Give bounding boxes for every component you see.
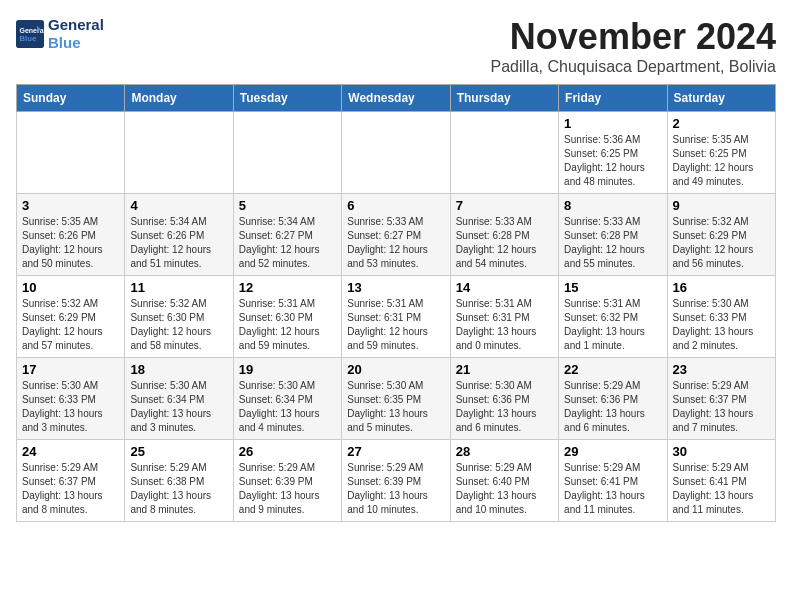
day-info: Sunrise: 5:30 AMSunset: 6:34 PMDaylight:…: [130, 379, 227, 435]
day-info: Sunrise: 5:29 AMSunset: 6:41 PMDaylight:…: [673, 461, 770, 517]
calendar-cell: 22Sunrise: 5:29 AMSunset: 6:36 PMDayligh…: [559, 358, 667, 440]
day-info: Sunrise: 5:29 AMSunset: 6:39 PMDaylight:…: [347, 461, 444, 517]
calendar-cell: 19Sunrise: 5:30 AMSunset: 6:34 PMDayligh…: [233, 358, 341, 440]
calendar-cell: 20Sunrise: 5:30 AMSunset: 6:35 PMDayligh…: [342, 358, 450, 440]
calendar-cell: 3Sunrise: 5:35 AMSunset: 6:26 PMDaylight…: [17, 194, 125, 276]
calendar-cell: 8Sunrise: 5:33 AMSunset: 6:28 PMDaylight…: [559, 194, 667, 276]
day-number: 10: [22, 280, 119, 295]
calendar-cell: 7Sunrise: 5:33 AMSunset: 6:28 PMDaylight…: [450, 194, 558, 276]
calendar-cell: 17Sunrise: 5:30 AMSunset: 6:33 PMDayligh…: [17, 358, 125, 440]
day-number: 24: [22, 444, 119, 459]
logo-line2: Blue: [48, 34, 104, 52]
day-info: Sunrise: 5:32 AMSunset: 6:29 PMDaylight:…: [22, 297, 119, 353]
day-info: Sunrise: 5:30 AMSunset: 6:33 PMDaylight:…: [673, 297, 770, 353]
day-number: 3: [22, 198, 119, 213]
day-info: Sunrise: 5:34 AMSunset: 6:26 PMDaylight:…: [130, 215, 227, 271]
calendar-cell: 24Sunrise: 5:29 AMSunset: 6:37 PMDayligh…: [17, 440, 125, 522]
weekday-header-wednesday: Wednesday: [342, 85, 450, 112]
day-info: Sunrise: 5:35 AMSunset: 6:26 PMDaylight:…: [22, 215, 119, 271]
weekday-header-friday: Friday: [559, 85, 667, 112]
day-number: 27: [347, 444, 444, 459]
day-number: 16: [673, 280, 770, 295]
header: General Blue General Blue November 2024 …: [16, 16, 776, 76]
day-number: 21: [456, 362, 553, 377]
calendar-cell: 16Sunrise: 5:30 AMSunset: 6:33 PMDayligh…: [667, 276, 775, 358]
calendar-cell: 30Sunrise: 5:29 AMSunset: 6:41 PMDayligh…: [667, 440, 775, 522]
day-info: Sunrise: 5:33 AMSunset: 6:28 PMDaylight:…: [564, 215, 661, 271]
calendar-table: SundayMondayTuesdayWednesdayThursdayFrid…: [16, 84, 776, 522]
calendar-cell: 27Sunrise: 5:29 AMSunset: 6:39 PMDayligh…: [342, 440, 450, 522]
day-number: 19: [239, 362, 336, 377]
day-info: Sunrise: 5:29 AMSunset: 6:36 PMDaylight:…: [564, 379, 661, 435]
day-number: 8: [564, 198, 661, 213]
calendar-cell: 12Sunrise: 5:31 AMSunset: 6:30 PMDayligh…: [233, 276, 341, 358]
logo: General Blue General Blue: [16, 16, 104, 52]
calendar-cell: 28Sunrise: 5:29 AMSunset: 6:40 PMDayligh…: [450, 440, 558, 522]
day-info: Sunrise: 5:29 AMSunset: 6:41 PMDaylight:…: [564, 461, 661, 517]
day-number: 18: [130, 362, 227, 377]
day-number: 30: [673, 444, 770, 459]
day-number: 2: [673, 116, 770, 131]
day-info: Sunrise: 5:30 AMSunset: 6:33 PMDaylight:…: [22, 379, 119, 435]
weekday-header-saturday: Saturday: [667, 85, 775, 112]
day-info: Sunrise: 5:29 AMSunset: 6:37 PMDaylight:…: [673, 379, 770, 435]
calendar-cell: 21Sunrise: 5:30 AMSunset: 6:36 PMDayligh…: [450, 358, 558, 440]
day-number: 20: [347, 362, 444, 377]
location-title: Padilla, Chuquisaca Department, Bolivia: [491, 58, 776, 76]
day-number: 25: [130, 444, 227, 459]
day-number: 23: [673, 362, 770, 377]
title-area: November 2024 Padilla, Chuquisaca Depart…: [491, 16, 776, 76]
day-number: 12: [239, 280, 336, 295]
calendar-cell: 10Sunrise: 5:32 AMSunset: 6:29 PMDayligh…: [17, 276, 125, 358]
day-number: 11: [130, 280, 227, 295]
month-title: November 2024: [491, 16, 776, 58]
calendar-cell: 1Sunrise: 5:36 AMSunset: 6:25 PMDaylight…: [559, 112, 667, 194]
calendar-cell: 4Sunrise: 5:34 AMSunset: 6:26 PMDaylight…: [125, 194, 233, 276]
day-info: Sunrise: 5:29 AMSunset: 6:40 PMDaylight:…: [456, 461, 553, 517]
calendar-cell: 6Sunrise: 5:33 AMSunset: 6:27 PMDaylight…: [342, 194, 450, 276]
calendar-cell: 9Sunrise: 5:32 AMSunset: 6:29 PMDaylight…: [667, 194, 775, 276]
calendar-cell: 13Sunrise: 5:31 AMSunset: 6:31 PMDayligh…: [342, 276, 450, 358]
logo-icon: General Blue: [16, 20, 44, 48]
calendar-cell: 18Sunrise: 5:30 AMSunset: 6:34 PMDayligh…: [125, 358, 233, 440]
svg-text:Blue: Blue: [20, 34, 37, 43]
day-info: Sunrise: 5:29 AMSunset: 6:37 PMDaylight:…: [22, 461, 119, 517]
calendar-cell: 14Sunrise: 5:31 AMSunset: 6:31 PMDayligh…: [450, 276, 558, 358]
day-info: Sunrise: 5:30 AMSunset: 6:36 PMDaylight:…: [456, 379, 553, 435]
weekday-header-sunday: Sunday: [17, 85, 125, 112]
calendar-cell: 23Sunrise: 5:29 AMSunset: 6:37 PMDayligh…: [667, 358, 775, 440]
day-number: 4: [130, 198, 227, 213]
day-info: Sunrise: 5:31 AMSunset: 6:32 PMDaylight:…: [564, 297, 661, 353]
day-number: 7: [456, 198, 553, 213]
day-info: Sunrise: 5:29 AMSunset: 6:39 PMDaylight:…: [239, 461, 336, 517]
day-info: Sunrise: 5:33 AMSunset: 6:27 PMDaylight:…: [347, 215, 444, 271]
calendar-cell: 5Sunrise: 5:34 AMSunset: 6:27 PMDaylight…: [233, 194, 341, 276]
calendar-cell: [125, 112, 233, 194]
calendar-cell: [17, 112, 125, 194]
day-number: 29: [564, 444, 661, 459]
day-info: Sunrise: 5:32 AMSunset: 6:29 PMDaylight:…: [673, 215, 770, 271]
calendar-cell: 26Sunrise: 5:29 AMSunset: 6:39 PMDayligh…: [233, 440, 341, 522]
day-info: Sunrise: 5:33 AMSunset: 6:28 PMDaylight:…: [456, 215, 553, 271]
day-number: 9: [673, 198, 770, 213]
day-number: 6: [347, 198, 444, 213]
day-info: Sunrise: 5:31 AMSunset: 6:31 PMDaylight:…: [456, 297, 553, 353]
calendar-cell: 15Sunrise: 5:31 AMSunset: 6:32 PMDayligh…: [559, 276, 667, 358]
calendar-cell: 29Sunrise: 5:29 AMSunset: 6:41 PMDayligh…: [559, 440, 667, 522]
logo-line1: General: [48, 16, 104, 34]
day-number: 5: [239, 198, 336, 213]
day-info: Sunrise: 5:36 AMSunset: 6:25 PMDaylight:…: [564, 133, 661, 189]
weekday-header-monday: Monday: [125, 85, 233, 112]
calendar-cell: 11Sunrise: 5:32 AMSunset: 6:30 PMDayligh…: [125, 276, 233, 358]
day-info: Sunrise: 5:29 AMSunset: 6:38 PMDaylight:…: [130, 461, 227, 517]
calendar-cell: 25Sunrise: 5:29 AMSunset: 6:38 PMDayligh…: [125, 440, 233, 522]
day-number: 22: [564, 362, 661, 377]
day-info: Sunrise: 5:31 AMSunset: 6:31 PMDaylight:…: [347, 297, 444, 353]
day-info: Sunrise: 5:31 AMSunset: 6:30 PMDaylight:…: [239, 297, 336, 353]
day-number: 14: [456, 280, 553, 295]
day-info: Sunrise: 5:30 AMSunset: 6:35 PMDaylight:…: [347, 379, 444, 435]
day-number: 28: [456, 444, 553, 459]
calendar-cell: [450, 112, 558, 194]
day-info: Sunrise: 5:30 AMSunset: 6:34 PMDaylight:…: [239, 379, 336, 435]
day-info: Sunrise: 5:34 AMSunset: 6:27 PMDaylight:…: [239, 215, 336, 271]
